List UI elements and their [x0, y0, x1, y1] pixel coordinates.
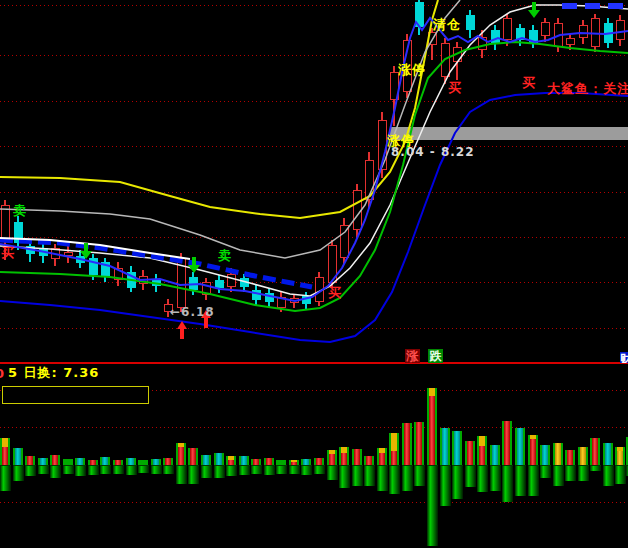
- volume-bar-down: [163, 465, 174, 474]
- legend-down-label: 跌: [430, 349, 442, 363]
- volume-bar-up: [188, 448, 198, 465]
- volume-bar-down: [402, 465, 413, 491]
- volume-bar-up: [163, 458, 173, 465]
- volume-bar-cap: [479, 436, 485, 446]
- volume-bar-down: [151, 465, 162, 474]
- volume-axis-digit: 0: [0, 367, 4, 380]
- volume-bar-cap: [341, 447, 347, 453]
- volume-bar-up: [75, 458, 85, 465]
- chart-label-clear-position: 清仓: [433, 18, 461, 31]
- volume-bar-down: [540, 465, 551, 478]
- up-arrow-part: [204, 318, 208, 328]
- volume-bar-down: [276, 465, 287, 474]
- volume-bar-up: [477, 436, 487, 465]
- legend-up-block: 涨: [405, 349, 420, 363]
- up-arrow-part: [180, 329, 184, 339]
- volume-bar-up: [201, 455, 211, 465]
- legend-down-block: 跌: [428, 349, 443, 363]
- chart-label-buy-signal-1: 买: [1, 246, 15, 259]
- volume-bar-cap: [429, 388, 435, 396]
- volume-bar-up: [427, 388, 437, 465]
- volume-bar-up: [377, 448, 387, 465]
- volume-bar-down: [452, 465, 463, 499]
- stock-chart-app: 卖买卖买←6.18涨停涨停8.04 - 8.22清仓买买大鲨鱼：关注 涨 跌 财…: [0, 0, 628, 548]
- volume-bar-down: [100, 465, 111, 474]
- volume-bar-up: [490, 445, 500, 465]
- volume-bar-up: [25, 456, 35, 465]
- volume-bar-up: [553, 443, 563, 465]
- volume-bar-cap: [617, 447, 623, 451]
- volume-bar-down: [427, 465, 438, 546]
- volume-bar-up: [440, 428, 450, 465]
- volume-bar-up: [214, 453, 224, 465]
- volume-bar-down: [528, 465, 539, 496]
- corner-tab-partial[interactable]: 财: [620, 348, 628, 363]
- volume-bar-cap: [329, 450, 335, 454]
- volume-bar-cap: [530, 435, 536, 439]
- down-arrow-icon: [188, 257, 200, 273]
- chart-label-buy-signal-2: 买: [328, 286, 342, 299]
- volume-bar-down: [239, 465, 250, 475]
- volume-bar-down: [327, 465, 338, 480]
- volume-bar-up: [264, 458, 274, 465]
- chart-label-sell-signal-2: 卖: [218, 249, 232, 262]
- volume-bar-down: [63, 465, 74, 474]
- chart-label-pullback-value: ←6.18: [170, 306, 215, 318]
- volume-bar-down: [414, 465, 425, 486]
- chart-label-buy-signal-4: 买: [522, 76, 536, 89]
- volume-bar-up: [38, 458, 48, 465]
- volume-bar-down: [264, 465, 275, 475]
- chart-label-price-range: 8.04 - 8.22: [391, 146, 475, 158]
- down-arrow-icon: [528, 2, 540, 18]
- info-box-outline: [2, 386, 149, 404]
- volume-bar-cap: [291, 460, 297, 462]
- down-arrow-part: [192, 257, 196, 265]
- down-arrow-part: [80, 251, 92, 259]
- chart-label-limit-up-1: 涨停: [398, 63, 426, 76]
- volume-bar-down: [339, 465, 350, 488]
- volume-bar-up: [13, 448, 23, 465]
- volume-bar-up: [339, 447, 349, 465]
- volume-bar-cap: [2, 438, 8, 447]
- volume-bar-down: [502, 465, 513, 502]
- volume-bar-up: [590, 438, 600, 465]
- volume-bar-down: [553, 465, 564, 486]
- volume-bar-down: [301, 465, 312, 475]
- volume-bar-down: [289, 465, 300, 474]
- volume-bar-up: [239, 456, 249, 465]
- volume-bar-down: [440, 465, 451, 506]
- volume-bar-up: [515, 428, 525, 465]
- volume-bar-up: [126, 458, 136, 465]
- volume-bar-cap: [178, 443, 184, 447]
- volume-bar-down: [314, 465, 325, 474]
- line-upper-band-yellow: [0, 0, 438, 218]
- up-arrow-part: [177, 321, 187, 329]
- volume-bar-cap: [379, 448, 385, 453]
- volume-bar-up: [314, 458, 324, 465]
- volume-bar-down: [389, 465, 400, 494]
- down-arrow-part: [84, 243, 88, 251]
- down-arrow-part: [532, 2, 536, 10]
- chart-label-shark-alert: 大鲨鱼：关注: [547, 82, 628, 95]
- volume-bar-down: [465, 465, 476, 487]
- volume-bar-down: [590, 465, 601, 471]
- volume-bar-down: [50, 465, 61, 478]
- volume-bar-up: [0, 438, 10, 465]
- turnover-readout: 5 日换: 7.36: [8, 366, 99, 379]
- main-chart-pane[interactable]: 卖买卖买←6.18涨停涨停8.04 - 8.22清仓买买大鲨鱼：关注: [0, 0, 628, 363]
- volume-bar-down: [214, 465, 225, 478]
- chart-label-sell-signal-1: 卖: [13, 204, 27, 217]
- volume-bar-up: [327, 450, 337, 465]
- volume-bar-down: [603, 465, 614, 486]
- chart-label-buy-signal-3: 买: [448, 81, 462, 94]
- volume-bar-down: [0, 465, 11, 491]
- down-arrow-part: [188, 265, 200, 273]
- volume-bar-down: [176, 465, 187, 484]
- volume-bar-down: [126, 465, 137, 475]
- volume-bar-down: [13, 465, 24, 481]
- volume-bar-up: [603, 443, 613, 465]
- volume-bar-cap: [391, 433, 397, 451]
- line-ma-blue: [0, 18, 628, 301]
- volume-bar-down: [615, 465, 626, 484]
- down-arrow-part: [528, 10, 540, 18]
